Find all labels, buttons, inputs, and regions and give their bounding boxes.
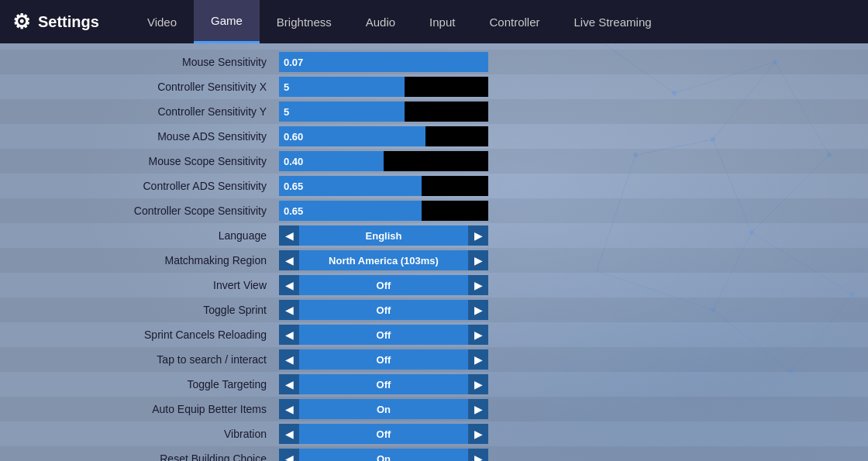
auto-equip-value: On [299, 404, 468, 415]
label-mouse-ads-sensitivity: Mouse ADS Sensitivity [16, 130, 279, 143]
gear-icon: ⚙ [12, 10, 30, 34]
label-vibration: Vibration [16, 428, 279, 440]
setting-vibration: Vibration ◀ Off ▶ [0, 421, 868, 446]
label-toggle-targeting: Toggle Targeting [16, 378, 279, 390]
label-mouse-sensitivity: Mouse Sensitivity [16, 56, 279, 68]
tab-audio[interactable]: Audio [349, 0, 412, 43]
sprint-cancels-value: Off [299, 329, 468, 341]
selector-sprint-cancels-reloading[interactable]: ◀ Off ▶ [279, 325, 488, 345]
label-sprint-cancels-reloading: Sprint Cancels Reloading [16, 329, 279, 341]
label-toggle-sprint: Toggle Sprint [16, 304, 279, 316]
label-mouse-scope-sensitivity: Mouse Scope Sensitivity [16, 155, 279, 167]
vibration-value: Off [299, 428, 468, 440]
slider-controller-sensitivity-y[interactable]: 5 [279, 101, 488, 122]
setting-controller-sensitivity-x: Controller Sensitivity X 5 [0, 74, 868, 99]
slider-controller-scope-sensitivity[interactable]: 0.65 [279, 201, 488, 221]
slider-mouse-sensitivity[interactable]: 0.07 [279, 52, 488, 72]
tab-input[interactable]: Input [412, 0, 472, 43]
setting-controller-scope-sensitivity: Controller Scope Sensitivity 0.65 [0, 198, 868, 223]
slider-controller-ads-sensitivity[interactable]: 0.65 [279, 176, 488, 196]
setting-reset-building-choice: Reset Building Choice ◀ On ▶ [0, 446, 868, 461]
toggle-sprint-value: Off [299, 304, 468, 316]
selector-reset-building-choice[interactable]: ◀ On ▶ [279, 449, 488, 461]
tap-search-value: Off [299, 354, 468, 366]
label-tap-to-search: Tap to search / interact [16, 353, 279, 366]
reset-building-value: On [299, 453, 468, 462]
label-invert-view: Invert View [16, 279, 279, 291]
slider-controller-sensitivity-x[interactable]: 5 [279, 77, 488, 97]
language-value: English [299, 230, 468, 242]
setting-mouse-ads-sensitivity: Mouse ADS Sensitivity 0.60 [0, 124, 868, 149]
nav-tabs: Video Game Brightness Audio Input Contro… [130, 0, 856, 43]
setting-mouse-scope-sensitivity: Mouse Scope Sensitivity 0.40 [0, 149, 868, 174]
selector-toggle-sprint[interactable]: ◀ Off ▶ [279, 300, 488, 320]
label-controller-sensitivity-x: Controller Sensitivity X [16, 81, 279, 93]
slider-value-mouse-ads-sensitivity: 0.60 [284, 131, 303, 143]
auto-equip-arrow-right[interactable]: ▶ [468, 399, 488, 419]
matchmaking-arrow-left[interactable]: ◀ [279, 250, 299, 270]
language-arrow-left[interactable]: ◀ [279, 225, 299, 246]
language-arrow-right[interactable]: ▶ [468, 225, 488, 246]
selector-tap-to-search[interactable]: ◀ Off ▶ [279, 349, 488, 370]
header: ⚙ Settings Video Game Brightness Audio I… [0, 0, 868, 43]
selector-language[interactable]: ◀ English ▶ [279, 225, 488, 246]
toggle-targeting-arrow-right[interactable]: ▶ [468, 374, 488, 394]
slider-value-controller-ads-sensitivity: 0.65 [284, 181, 303, 192]
toggle-sprint-arrow-left[interactable]: ◀ [279, 300, 299, 320]
label-auto-equip: Auto Equip Better Items [16, 403, 279, 415]
label-controller-scope-sensitivity: Controller Scope Sensitivity [16, 205, 279, 217]
toggle-targeting-arrow-left[interactable]: ◀ [279, 374, 299, 394]
tap-search-arrow-right[interactable]: ▶ [468, 349, 488, 370]
label-controller-sensitivity-y: Controller Sensitivity Y [16, 105, 279, 118]
tab-controller[interactable]: Controller [472, 0, 556, 43]
tap-search-arrow-left[interactable]: ◀ [279, 349, 299, 370]
toggle-sprint-arrow-right[interactable]: ▶ [468, 300, 488, 320]
slider-value-mouse-scope-sensitivity: 0.40 [284, 156, 303, 167]
setting-invert-view: Invert View ◀ Off ▶ [0, 273, 868, 298]
selector-invert-view[interactable]: ◀ Off ▶ [279, 275, 488, 295]
label-controller-ads-sensitivity: Controller ADS Sensitivity [16, 180, 279, 192]
vibration-arrow-right[interactable]: ▶ [468, 424, 488, 444]
setting-mouse-sensitivity: Mouse Sensitivity 0.07 [0, 50, 868, 74]
matchmaking-arrow-right[interactable]: ▶ [468, 250, 488, 270]
setting-toggle-sprint: Toggle Sprint ◀ Off ▶ [0, 298, 868, 322]
invert-view-arrow-right[interactable]: ▶ [468, 275, 488, 295]
slider-mouse-ads-sensitivity[interactable]: 0.60 [279, 126, 488, 146]
tab-live-streaming[interactable]: Live Streaming [557, 0, 669, 43]
setting-tap-to-search: Tap to search / interact ◀ Off ▶ [0, 347, 868, 372]
slider-value-controller-sensitivity-y: 5 [284, 106, 289, 118]
invert-view-value: Off [299, 280, 468, 291]
vibration-arrow-left[interactable]: ◀ [279, 424, 299, 444]
setting-controller-sensitivity-y: Controller Sensitivity Y 5 [0, 99, 868, 124]
invert-view-arrow-left[interactable]: ◀ [279, 275, 299, 295]
slider-value-mouse-sensitivity: 0.07 [284, 57, 303, 68]
slider-value-controller-scope-sensitivity: 0.65 [284, 205, 303, 217]
selector-matchmaking-region[interactable]: ◀ North America (103ms) ▶ [279, 250, 488, 270]
setting-toggle-targeting: Toggle Targeting ◀ Off ▶ [0, 372, 868, 397]
slider-mouse-scope-sensitivity[interactable]: 0.40 [279, 151, 488, 171]
sprint-cancels-arrow-right[interactable]: ▶ [468, 325, 488, 345]
setting-matchmaking-region: Matchmaking Region ◀ North America (103m… [0, 248, 868, 273]
label-language: Language [16, 229, 279, 242]
slider-value-controller-sensitivity-x: 5 [284, 81, 289, 93]
selector-toggle-targeting[interactable]: ◀ Off ▶ [279, 374, 488, 394]
tab-video[interactable]: Video [130, 0, 194, 43]
app-logo: ⚙ Settings [12, 10, 99, 34]
label-reset-building-choice: Reset Building Choice [16, 452, 279, 461]
tab-game[interactable]: Game [194, 0, 260, 43]
setting-auto-equip: Auto Equip Better Items ◀ On ▶ [0, 397, 868, 421]
setting-controller-ads-sensitivity: Controller ADS Sensitivity 0.65 [0, 174, 868, 198]
app-title: Settings [38, 13, 99, 31]
sprint-cancels-arrow-left[interactable]: ◀ [279, 325, 299, 345]
setting-language: Language ◀ English ▶ [0, 223, 868, 248]
selector-auto-equip[interactable]: ◀ On ▶ [279, 399, 488, 419]
tab-brightness[interactable]: Brightness [260, 0, 349, 43]
auto-equip-arrow-left[interactable]: ◀ [279, 399, 299, 419]
label-matchmaking-region: Matchmaking Region [16, 254, 279, 267]
reset-building-arrow-left[interactable]: ◀ [279, 449, 299, 461]
settings-content: Mouse Sensitivity 0.07 Controller Sensit… [0, 43, 868, 461]
reset-building-arrow-right[interactable]: ▶ [468, 449, 488, 461]
toggle-targeting-value: Off [299, 379, 468, 390]
setting-sprint-cancels-reloading: Sprint Cancels Reloading ◀ Off ▶ [0, 322, 868, 347]
selector-vibration[interactable]: ◀ Off ▶ [279, 424, 488, 444]
